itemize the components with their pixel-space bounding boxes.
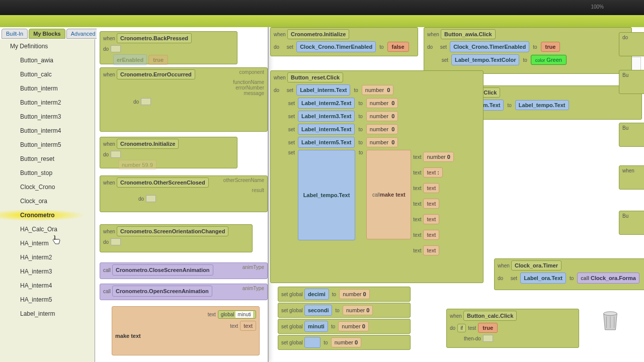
sidebar-item[interactable]: Button_interm3 — [0, 110, 95, 124]
sidebar-item[interactable]: HA_interm3 — [0, 264, 95, 279]
event-backpressed[interactable]: when Cronometro.BackPressed do erEnabled… — [100, 31, 237, 64]
tab-myblocks[interactable]: My Blocks — [29, 29, 65, 39]
palette-tabs: Built-In My Blocks Advanced — [2, 29, 100, 39]
call-closescreenanim[interactable]: call Cronometro.CloseScreenAnimation ani… — [100, 262, 268, 279]
event-initialize[interactable]: when Cronometro.Initialize do number 59.… — [100, 137, 237, 168]
sidebar-item[interactable]: HA_Calc_Ora — [0, 222, 95, 236]
setglobal-secondi[interactable]: set global secondi to number 0 — [278, 303, 411, 318]
sidebar-item[interactable]: Clock_Crono — [0, 180, 95, 194]
sidebar-item[interactable]: HA_interm5 — [0, 293, 95, 307]
sidebar-item[interactable]: HA_interm — [0, 236, 95, 250]
sidebar-item[interactable]: Button_interm2 — [0, 96, 95, 110]
sidebar-item[interactable]: Clock_ora — [0, 194, 95, 208]
sidebar-item[interactable]: Label_interm — [0, 307, 95, 321]
event-stub[interactable]: Bu — [619, 123, 644, 147]
sidebar-item[interactable]: Button_interm — [0, 81, 95, 96]
event-button-calc[interactable]: when Button_calc.Click do if test true t… — [446, 309, 579, 348]
event-button-reset[interactable]: when Button_reset.Click do set Label_int… — [270, 70, 484, 283]
setglobal-decimi[interactable]: set global decimi to number 0 — [278, 287, 411, 302]
event-otherscreenclosed[interactable]: when Cronometro.OtherScreenClosedotherSc… — [100, 175, 268, 212]
sidebar-item[interactable]: Button_interm4 — [0, 124, 95, 138]
svg-point-0 — [604, 312, 617, 316]
event-erroroccurred[interactable]: when Cronometro.ErrorOccurredcomponent f… — [100, 67, 268, 132]
event-clock-ora[interactable]: when Clock_ora.Timer do set Label_ora.Te… — [494, 258, 644, 290]
sidebar-item[interactable]: Button_stop — [0, 166, 95, 180]
tab-advanced[interactable]: Advanced — [66, 29, 100, 39]
sidebar-item[interactable]: Button_reset — [0, 152, 95, 166]
component-sidebar: My Definitions Button_awia Button_calc B… — [0, 39, 95, 362]
trash-icon[interactable] — [601, 308, 620, 332]
event-button-avvia[interactable]: when Button_awia.Click do set Clock_Cron… — [424, 27, 632, 74]
event-stub[interactable]: when — [619, 165, 644, 190]
event-orientationchanged[interactable]: when Cronometro.ScreenOrientationChanged… — [100, 224, 253, 252]
event-stub[interactable]: Bu — [619, 70, 644, 94]
setglobal-minuti[interactable]: set global minuti to number 0 — [278, 319, 411, 334]
blocks-canvas[interactable]: when Cronometro.BackPressed do erEnabled… — [97, 27, 644, 362]
sidebar-item[interactable]: Button_calc — [0, 67, 95, 81]
sidebar-item-mydefs[interactable]: My Definitions — [0, 39, 95, 53]
call-openscreenanim[interactable]: call Cronometro.OpenScreenAnimation anim… — [100, 284, 268, 300]
setglobal-extra[interactable]: set global to number 0 — [278, 335, 411, 350]
zoom-label: 100% — [591, 4, 604, 10]
block-flyout: when Cronometro.BackPressed do erEnabled… — [97, 27, 269, 362]
sidebar-item[interactable]: HA_interm2 — [0, 250, 95, 264]
sidebar-item-cronometro[interactable]: Cronometro — [0, 208, 95, 222]
event-stub[interactable]: Bu — [619, 211, 644, 235]
sidebar-item[interactable]: Button_awia — [0, 53, 95, 67]
maketext-preview[interactable]: text global minuti text text make text — [112, 306, 260, 355]
event-cronometro-init[interactable]: when Cronometro.Initialize do set Clock_… — [270, 27, 418, 56]
event-stub[interactable]: do — [619, 32, 644, 56]
sidebar-item[interactable]: HA_interm4 — [0, 279, 95, 293]
tab-builtin[interactable]: Built-In — [2, 29, 28, 39]
sidebar-item[interactable]: Button_interm5 — [0, 138, 95, 152]
